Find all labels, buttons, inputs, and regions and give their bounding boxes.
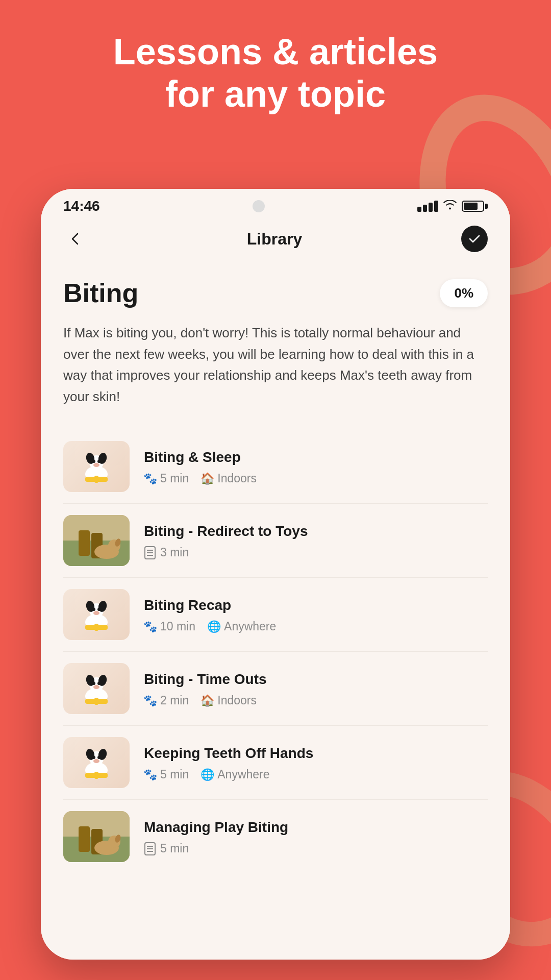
lesson-list: Biting & Sleep 🐾 5 min 🏠 Indoors [63,430,488,873]
lesson-info: Biting - Redirect to Toys 3 min [144,522,488,559]
signal-icon [417,201,438,212]
lesson-location: Anywhere [224,620,276,633]
location-icon: 🌐 [208,621,220,633]
topic-title: Biting [63,278,138,308]
status-bar: 14:46 [41,189,510,218]
svg-rect-45 [79,826,90,852]
lesson-info: Biting & Sleep 🐾 5 min 🏠 Indoors [144,448,488,485]
topic-header: Biting 0% [63,278,488,308]
lesson-meta: 🐾 5 min 🌐 Anywhere [144,768,488,781]
lesson-thumbnail [63,737,130,788]
lesson-location: Indoors [217,472,257,485]
progress-badge: 0% [440,279,488,307]
location-icon: 🏠 [201,473,213,485]
svg-point-4 [92,460,95,463]
svg-point-39 [97,756,101,759]
lesson-info: Biting Recap 🐾 10 min 🌐 Anywhere [144,596,488,633]
status-icons [417,199,488,213]
lesson-info: Biting - Time Outs 🐾 2 min 🏠 Indoors [144,670,488,707]
status-time: 14:46 [63,198,100,214]
battery-icon [462,201,488,212]
lesson-location: Anywhere [217,768,269,781]
lesson-duration: 5 min [160,768,189,781]
svg-rect-33 [94,698,98,705]
lesson-thumbnail [63,515,130,566]
lesson-thumbnail [63,811,130,862]
article-type-icon [144,547,156,559]
lesson-info: Keeping Teeth Off Hands 🐾 5 min 🌐 Anywhe… [144,744,488,781]
meta-location: 🌐 Anywhere [208,620,276,633]
lesson-meta: 🐾 5 min 🏠 Indoors [144,472,488,485]
lesson-meta: 3 min [144,546,488,559]
lesson-thumbnail [63,663,130,714]
svg-rect-8 [94,476,98,483]
location-icon: 🏠 [201,695,213,707]
list-item[interactable]: Biting - Time Outs 🐾 2 min 🏠 Indoors [63,652,488,726]
meta-type: 🐾 2 min [144,694,189,707]
svg-point-31 [93,685,99,689]
nav-bar: Library [41,218,510,262]
lesson-location: Indoors [217,694,257,707]
lesson-meta: 🐾 2 min 🏠 Indoors [144,694,488,707]
check-button[interactable] [461,226,488,252]
lesson-title: Biting - Redirect to Toys [144,522,488,541]
meta-type: 3 min [144,546,189,559]
svg-point-40 [93,759,99,763]
wifi-icon [443,199,457,213]
meta-type: 🐾 5 min [144,768,189,781]
svg-point-21 [97,608,101,611]
svg-rect-24 [94,624,98,631]
back-button[interactable] [63,227,88,251]
lesson-duration: 5 min [160,842,189,855]
location-icon: 🌐 [201,769,213,781]
list-item[interactable]: Biting - Redirect to Toys 3 min [63,504,488,578]
lesson-duration: 10 min [160,620,195,633]
meta-location: 🏠 Indoors [201,472,257,485]
meta-type: 🐾 5 min [144,472,189,485]
meta-location: 🌐 Anywhere [201,768,269,781]
svg-point-30 [97,682,101,685]
svg-rect-42 [94,772,98,779]
lesson-title: Managing Play Biting [144,818,488,837]
meta-location: 🏠 Indoors [201,694,257,707]
lesson-info: Managing Play Biting 5 min [144,818,488,855]
meta-type: 🐾 10 min [144,620,195,633]
phone-frame: 14:46 Library [41,189,510,960]
lesson-title: Biting & Sleep [144,448,488,467]
lesson-title: Keeping Teeth Off Hands [144,744,488,763]
list-item[interactable]: Managing Play Biting 5 min [63,800,488,873]
svg-rect-11 [79,530,90,556]
meta-type: 5 min [144,842,189,855]
lesson-title: Biting Recap [144,596,488,615]
lesson-duration: 5 min [160,472,189,485]
list-item[interactable]: Keeping Teeth Off Hands 🐾 5 min 🌐 Anywhe… [63,726,488,800]
front-camera [253,200,265,212]
list-item[interactable]: Biting & Sleep 🐾 5 min 🏠 Indoors [63,430,488,504]
lesson-type-icon: 🐾 [144,769,156,781]
lesson-meta: 🐾 10 min 🌐 Anywhere [144,620,488,633]
lesson-type-icon: 🐾 [144,621,156,633]
nav-title: Library [247,230,302,249]
hero-text: Lessons & articles for any topic [0,31,551,115]
lesson-duration: 2 min [160,694,189,707]
topic-description: If Max is biting you, don't worry! This … [63,323,488,407]
lesson-type-icon: 🐾 [144,473,156,485]
svg-point-29 [92,682,95,685]
scroll-area[interactable]: Biting 0% If Max is biting you, don't wo… [41,262,510,960]
lesson-type-icon: 🐾 [144,695,156,707]
svg-point-38 [92,756,95,759]
lesson-thumbnail [63,441,130,492]
lesson-meta: 5 min [144,842,488,855]
svg-point-6 [93,463,99,467]
svg-point-22 [93,611,99,615]
lesson-duration: 3 min [160,546,189,559]
lesson-title: Biting - Time Outs [144,670,488,689]
article-type-icon [144,843,156,855]
svg-point-20 [92,608,95,611]
lesson-thumbnail [63,589,130,640]
list-item[interactable]: Biting Recap 🐾 10 min 🌐 Anywhere [63,578,488,652]
svg-point-5 [97,460,101,463]
